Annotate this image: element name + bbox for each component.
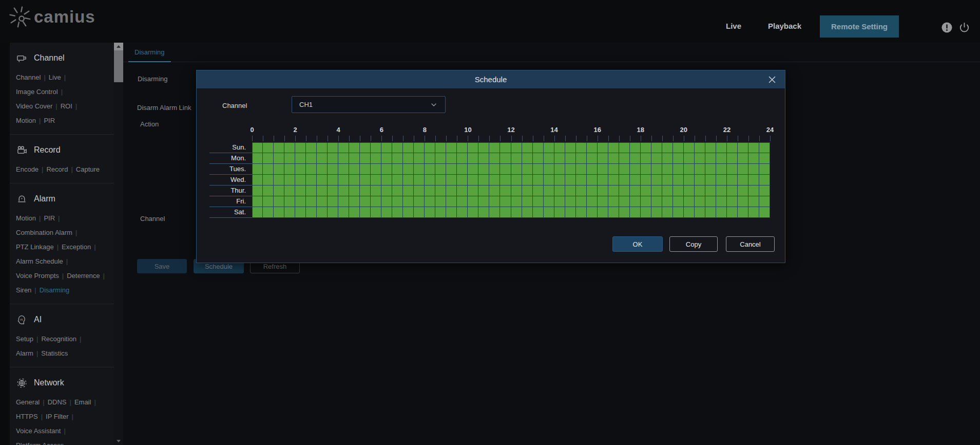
schedule-cell[interactable] (371, 164, 381, 175)
schedule-cell[interactable] (641, 153, 651, 164)
schedule-cell[interactable] (425, 196, 435, 207)
schedule-cell[interactable] (478, 207, 489, 218)
schedule-cell[interactable] (457, 164, 468, 175)
schedule-cell[interactable] (468, 164, 478, 175)
schedule-cell[interactable] (533, 175, 544, 186)
schedule-cell[interactable] (565, 142, 576, 153)
schedule-cell[interactable] (759, 142, 770, 153)
schedule-cell[interactable] (435, 164, 446, 175)
schedule-cell[interactable] (587, 186, 598, 196)
schedule-cell[interactable] (587, 164, 598, 175)
schedule-cell[interactable] (598, 196, 608, 207)
schedule-cell[interactable] (392, 196, 403, 207)
schedule-cell[interactable] (695, 142, 705, 153)
schedule-cell[interactable] (565, 186, 576, 196)
schedule-cell[interactable] (598, 175, 608, 186)
sidebar-item-ddns[interactable]: DDNS (48, 398, 67, 406)
schedule-cell[interactable] (533, 207, 544, 218)
schedule-cell[interactable] (522, 186, 533, 196)
schedule-cell[interactable] (371, 207, 381, 218)
sidebar-item-record[interactable]: Record (46, 165, 68, 173)
schedule-cell[interactable] (716, 164, 727, 175)
schedule-cell[interactable] (662, 186, 673, 196)
schedule-cell[interactable] (576, 142, 587, 153)
schedule-cell[interactable] (274, 196, 284, 207)
schedule-cell[interactable] (651, 153, 662, 164)
schedule-cell[interactable] (641, 175, 651, 186)
schedule-cell[interactable] (544, 207, 554, 218)
schedule-cell[interactable] (759, 186, 770, 196)
schedule-cell[interactable] (371, 142, 381, 153)
schedule-cell[interactable] (554, 186, 565, 196)
schedule-cell[interactable] (284, 207, 295, 218)
schedule-cell[interactable] (478, 142, 489, 153)
sidebar-item-general[interactable]: General (16, 398, 40, 406)
schedule-cell[interactable] (673, 186, 684, 196)
schedule-cell[interactable] (360, 186, 371, 196)
schedule-cell[interactable] (748, 142, 759, 153)
schedule-cell[interactable] (500, 153, 511, 164)
nav-live[interactable]: Live (726, 22, 741, 30)
schedule-cell[interactable] (748, 153, 759, 164)
schedule-cell[interactable] (554, 164, 565, 175)
schedule-cell[interactable] (317, 196, 328, 207)
schedule-cell[interactable] (705, 196, 716, 207)
schedule-cell[interactable] (446, 196, 457, 207)
sidebar-item-motion[interactable]: Motion (16, 214, 36, 222)
sidebar-item-image-control[interactable]: Image Control (16, 88, 58, 96)
schedule-cell[interactable] (684, 153, 695, 164)
sidebar-item-encode[interactable]: Encode (16, 165, 39, 173)
schedule-cell[interactable] (274, 207, 284, 218)
schedule-cell[interactable] (511, 207, 522, 218)
schedule-cell[interactable] (727, 153, 738, 164)
schedule-cell[interactable] (630, 142, 641, 153)
schedule-cell[interactable] (576, 207, 587, 218)
schedule-cell[interactable] (478, 186, 489, 196)
schedule-cell[interactable] (684, 186, 695, 196)
schedule-cell[interactable] (435, 207, 446, 218)
schedule-cell[interactable] (414, 164, 425, 175)
schedule-cell[interactable] (274, 175, 284, 186)
sidebar-item-voice-assistant[interactable]: Voice Assistant (16, 427, 61, 435)
schedule-cell[interactable] (759, 164, 770, 175)
schedule-cell[interactable] (641, 196, 651, 207)
schedule-cell[interactable] (576, 186, 587, 196)
schedule-cell[interactable] (565, 153, 576, 164)
schedule-cell[interactable] (306, 142, 317, 153)
schedule-cell[interactable] (328, 153, 338, 164)
schedule-cell[interactable] (695, 175, 705, 186)
schedule-cell[interactable] (414, 175, 425, 186)
schedule-cell[interactable] (544, 196, 554, 207)
schedule-cell[interactable] (360, 196, 371, 207)
schedule-cell[interactable] (371, 153, 381, 164)
schedule-cell[interactable] (306, 196, 317, 207)
schedule-cell[interactable] (727, 196, 738, 207)
schedule-cell[interactable] (403, 207, 414, 218)
schedule-cell[interactable] (435, 153, 446, 164)
schedule-cell[interactable] (403, 175, 414, 186)
schedule-cell[interactable] (738, 142, 748, 153)
schedule-cell[interactable] (630, 196, 641, 207)
schedule-cell[interactable] (684, 142, 695, 153)
schedule-cell[interactable] (716, 175, 727, 186)
sidebar-item-voice-prompts[interactable]: Voice Prompts (16, 272, 59, 280)
schedule-cell[interactable] (511, 142, 522, 153)
schedule-cell[interactable] (403, 153, 414, 164)
sidebar-item-alarm-schedule[interactable]: Alarm Schedule (16, 257, 63, 265)
schedule-cell[interactable] (414, 196, 425, 207)
schedule-cell[interactable] (478, 164, 489, 175)
schedule-cell[interactable] (252, 142, 263, 153)
schedule-cell[interactable] (522, 153, 533, 164)
schedule-cell[interactable] (263, 164, 274, 175)
schedule-cell[interactable] (489, 153, 500, 164)
schedule-cell[interactable] (349, 142, 360, 153)
schedule-cell[interactable] (554, 207, 565, 218)
schedule-cell[interactable] (349, 153, 360, 164)
schedule-cell[interactable] (598, 142, 608, 153)
schedule-cell[interactable] (446, 164, 457, 175)
schedule-cell[interactable] (619, 196, 630, 207)
schedule-cell[interactable] (705, 186, 716, 196)
schedule-cell[interactable] (662, 196, 673, 207)
schedule-cell[interactable] (727, 142, 738, 153)
schedule-cell[interactable] (608, 196, 619, 207)
